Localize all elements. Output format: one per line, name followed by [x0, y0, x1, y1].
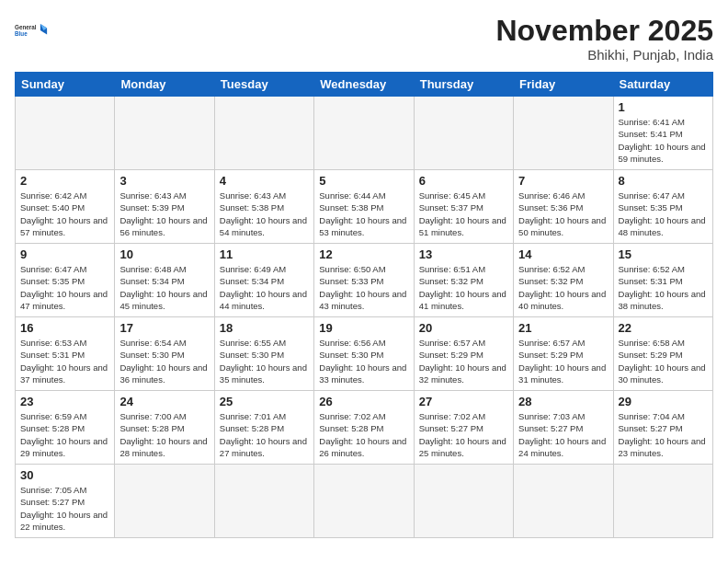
header-thursday: Thursday: [414, 73, 513, 97]
day-22: 22 Sunrise: 6:58 AM Sunset: 5:29 PM Dayl…: [613, 317, 712, 391]
day-10: 10 Sunrise: 6:48 AM Sunset: 5:34 PM Dayl…: [115, 244, 214, 317]
day-5: 5 Sunrise: 6:44 AM Sunset: 5:38 PM Dayli…: [314, 170, 414, 244]
weekday-header-row: Sunday Monday Tuesday Wednesday Thursday…: [16, 73, 713, 97]
page: General Blue November 2025 Bhikhi, Punja…: [0, 0, 728, 563]
calendar: Sunday Monday Tuesday Wednesday Thursday…: [15, 72, 713, 538]
header-wednesday: Wednesday: [314, 73, 414, 97]
day-8: 8 Sunrise: 6:47 AM Sunset: 5:35 PM Dayli…: [613, 170, 712, 244]
empty-cell: [115, 465, 214, 538]
day-6: 6 Sunrise: 6:45 AM Sunset: 5:37 PM Dayli…: [414, 170, 513, 244]
empty-cell: [16, 97, 115, 170]
day-2: 2 Sunrise: 6:42 AM Sunset: 5:40 PM Dayli…: [16, 170, 115, 244]
day-28: 28 Sunrise: 7:03 AM Sunset: 5:27 PM Dayl…: [514, 391, 613, 465]
header: General Blue November 2025 Bhikhi, Punja…: [15, 15, 713, 63]
day-14: 14 Sunrise: 6:52 AM Sunset: 5:32 PM Dayl…: [514, 244, 613, 317]
empty-cell: [115, 97, 214, 170]
svg-text:Blue: Blue: [15, 30, 28, 37]
day-11: 11 Sunrise: 6:49 AM Sunset: 5:34 PM Dayl…: [214, 244, 313, 317]
title-section: November 2025 Bhikhi, Punjab, India: [495, 15, 713, 63]
day-18: 18 Sunrise: 6:55 AM Sunset: 5:30 PM Dayl…: [214, 317, 313, 391]
empty-cell: [414, 97, 513, 170]
empty-cell: [514, 465, 613, 538]
header-sunday: Sunday: [16, 73, 115, 97]
day-23: 23 Sunrise: 6:59 AM Sunset: 5:28 PM Dayl…: [16, 391, 115, 465]
month-title: November 2025: [495, 15, 713, 47]
day-26: 26 Sunrise: 7:02 AM Sunset: 5:28 PM Dayl…: [314, 391, 414, 465]
empty-cell: [314, 465, 414, 538]
day-25: 25 Sunrise: 7:01 AM Sunset: 5:28 PM Dayl…: [214, 391, 313, 465]
day-9: 9 Sunrise: 6:47 AM Sunset: 5:35 PM Dayli…: [16, 244, 115, 317]
week-row-5: 23 Sunrise: 6:59 AM Sunset: 5:28 PM Dayl…: [16, 391, 713, 465]
day-12: 12 Sunrise: 6:50 AM Sunset: 5:33 PM Dayl…: [314, 244, 414, 317]
day-3: 3 Sunrise: 6:43 AM Sunset: 5:39 PM Dayli…: [115, 170, 214, 244]
header-monday: Monday: [115, 73, 214, 97]
day-24: 24 Sunrise: 7:00 AM Sunset: 5:28 PM Dayl…: [115, 391, 214, 465]
empty-cell: [414, 465, 513, 538]
week-row-6: 30 Sunrise: 7:05 AM Sunset: 5:27 PM Dayl…: [16, 465, 713, 538]
day-27: 27 Sunrise: 7:02 AM Sunset: 5:27 PM Dayl…: [414, 391, 513, 465]
day-15: 15 Sunrise: 6:52 AM Sunset: 5:31 PM Dayl…: [613, 244, 712, 317]
svg-text:General: General: [15, 24, 37, 30]
week-row-1: 1 Sunrise: 6:41 AM Sunset: 5:41 PM Dayli…: [16, 97, 713, 170]
week-row-3: 9 Sunrise: 6:47 AM Sunset: 5:35 PM Dayli…: [16, 244, 713, 317]
header-saturday: Saturday: [613, 73, 712, 97]
generalblue-logo-icon: General Blue: [15, 15, 48, 48]
day-1: 1 Sunrise: 6:41 AM Sunset: 5:41 PM Dayli…: [613, 97, 712, 170]
header-friday: Friday: [514, 73, 613, 97]
empty-cell: [613, 465, 712, 538]
empty-cell: [514, 97, 613, 170]
day-21: 21 Sunrise: 6:57 AM Sunset: 5:29 PM Dayl…: [514, 317, 613, 391]
empty-cell: [214, 97, 313, 170]
day-4: 4 Sunrise: 6:43 AM Sunset: 5:38 PM Dayli…: [214, 170, 313, 244]
day-1-info: Sunrise: 6:41 AM Sunset: 5:41 PM Dayligh…: [619, 116, 708, 165]
empty-cell: [314, 97, 414, 170]
day-13: 13 Sunrise: 6:51 AM Sunset: 5:32 PM Dayl…: [414, 244, 513, 317]
day-30: 30 Sunrise: 7:05 AM Sunset: 5:27 PM Dayl…: [16, 465, 115, 538]
day-20: 20 Sunrise: 6:57 AM Sunset: 5:29 PM Dayl…: [414, 317, 513, 391]
location: Bhikhi, Punjab, India: [495, 47, 713, 63]
header-tuesday: Tuesday: [214, 73, 313, 97]
day-19: 19 Sunrise: 6:56 AM Sunset: 5:30 PM Dayl…: [314, 317, 414, 391]
day-29: 29 Sunrise: 7:04 AM Sunset: 5:27 PM Dayl…: [613, 391, 712, 465]
day-17: 17 Sunrise: 6:54 AM Sunset: 5:30 PM Dayl…: [115, 317, 214, 391]
day-16: 16 Sunrise: 6:53 AM Sunset: 5:31 PM Dayl…: [16, 317, 115, 391]
day-7: 7 Sunrise: 6:46 AM Sunset: 5:36 PM Dayli…: [514, 170, 613, 244]
week-row-4: 16 Sunrise: 6:53 AM Sunset: 5:31 PM Dayl…: [16, 317, 713, 391]
week-row-2: 2 Sunrise: 6:42 AM Sunset: 5:40 PM Dayli…: [16, 170, 713, 244]
logo: General Blue: [15, 15, 48, 48]
empty-cell: [214, 465, 313, 538]
